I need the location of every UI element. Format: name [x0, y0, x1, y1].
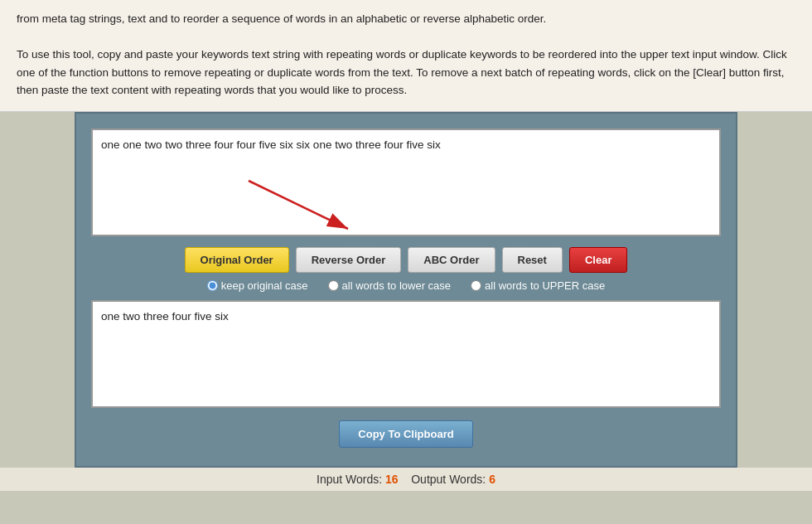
abc-order-button[interactable]: ABC Order: [408, 247, 495, 273]
radio-upper-case-text: all words to UPPER case: [485, 279, 605, 292]
top-info-section: from meta tag strings, text and to reord…: [0, 0, 812, 112]
info-line1: from meta tag strings, text and to reord…: [17, 10, 795, 28]
radio-options-row: keep original case all words to lower ca…: [91, 279, 721, 292]
copy-button-row: Copy To Clipboard: [91, 420, 721, 448]
radio-keep-original[interactable]: [207, 280, 218, 291]
input-words-count: 16: [385, 473, 399, 486]
radio-upper-case[interactable]: [471, 280, 481, 291]
output-textarea[interactable]: [91, 300, 721, 408]
radio-keep-original-text: keep original case: [221, 279, 308, 292]
action-buttons-row: Original Order Reverse Order ABC Order R…: [91, 247, 721, 273]
copy-to-clipboard-button[interactable]: Copy To Clipboard: [339, 420, 472, 448]
reset-button[interactable]: Reset: [502, 247, 563, 273]
stats-row: Input Words: 16 Output Words: 6: [0, 468, 812, 491]
tool-container: Original Order Reverse Order ABC Order R…: [75, 112, 737, 468]
output-words-label: Output Words:: [411, 473, 486, 486]
input-textarea[interactable]: [91, 129, 721, 236]
clear-button[interactable]: Clear: [569, 247, 628, 273]
radio-lower-case[interactable]: [328, 280, 339, 291]
radio-lower-case-label[interactable]: all words to lower case: [328, 279, 452, 292]
output-words-count: 6: [489, 473, 495, 486]
info-line2: To use this tool, copy and paste your ke…: [17, 46, 795, 99]
radio-lower-case-text: all words to lower case: [342, 279, 452, 292]
reverse-order-button[interactable]: Reverse Order: [296, 247, 402, 273]
input-words-label: Input Words:: [317, 473, 382, 486]
original-order-button[interactable]: Original Order: [185, 247, 289, 273]
radio-keep-original-label[interactable]: keep original case: [207, 279, 308, 292]
radio-upper-case-label[interactable]: all words to UPPER case: [471, 279, 605, 292]
